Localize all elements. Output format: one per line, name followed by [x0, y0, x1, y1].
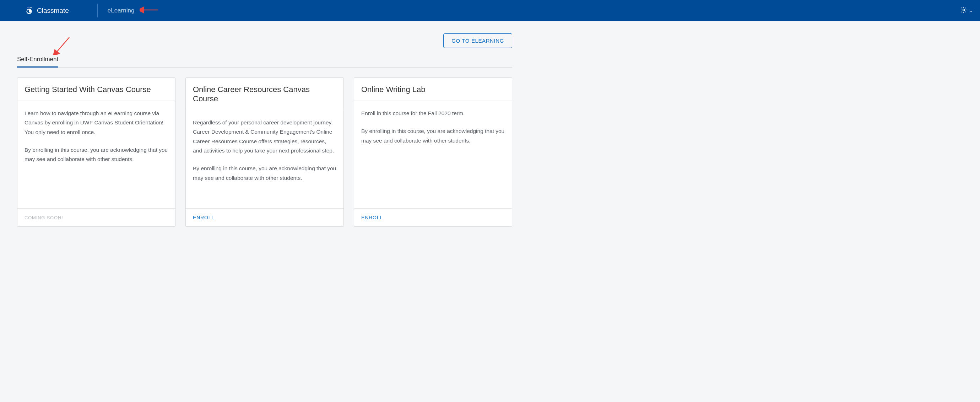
main-content: GO TO ELEARNING Self-Enrollment Getting …	[0, 21, 529, 239]
coming-soon-label: COMING SOON!	[24, 215, 63, 220]
go-to-elearning-button[interactable]: GO TO ELEARNING	[443, 34, 512, 48]
card-paragraph: Learn how to navigate through an eLearni…	[24, 109, 168, 137]
gear-icon	[960, 6, 967, 15]
settings-menu[interactable]: ⌄	[960, 6, 973, 15]
tab-self-enrollment[interactable]: Self-Enrollment	[17, 56, 58, 67]
svg-point-1	[963, 9, 965, 11]
course-card: Online Writing Lab Enroll in this course…	[354, 78, 512, 227]
card-paragraph: Regardless of your personal career devel…	[193, 118, 336, 155]
enroll-button[interactable]: ENROLL	[361, 215, 383, 220]
card-paragraph: By enrolling in this course, you are ack…	[24, 145, 168, 164]
card-header: Online Writing Lab	[354, 78, 512, 101]
top-actions: GO TO ELEARNING	[17, 34, 512, 48]
enroll-button[interactable]: ENROLL	[193, 215, 215, 220]
card-paragraph: By enrolling in this course, you are ack…	[361, 126, 505, 145]
app-header: Classmate eLearning ⌄	[0, 0, 980, 21]
brand[interactable]: Classmate	[25, 6, 69, 15]
card-paragraph: By enrolling in this course, you are ack…	[193, 164, 336, 183]
nav-elearning[interactable]: eLearning	[108, 7, 135, 14]
card-header: Online Career Resources Canvas Course	[186, 78, 344, 110]
card-title: Online Career Resources Canvas Course	[193, 85, 336, 104]
card-title: Online Writing Lab	[361, 85, 505, 94]
card-body: Enroll in this course for the Fall 2020 …	[354, 101, 512, 208]
chevron-down-icon: ⌄	[969, 8, 973, 13]
card-footer: ENROLL	[354, 208, 512, 227]
card-header: Getting Started With Canvas Course	[18, 78, 175, 101]
card-footer: ENROLL	[186, 208, 344, 227]
header-divider	[97, 4, 98, 18]
nautilus-icon	[25, 6, 33, 15]
header-left: Classmate eLearning	[25, 0, 134, 21]
cards-container: Getting Started With Canvas Course Learn…	[17, 78, 512, 227]
brand-label: Classmate	[37, 7, 69, 14]
course-card: Getting Started With Canvas Course Learn…	[17, 78, 175, 227]
card-footer: COMING SOON!	[18, 208, 175, 227]
card-body: Regardless of your personal career devel…	[186, 110, 344, 208]
card-paragraph: Enroll in this course for the Fall 2020 …	[361, 109, 505, 118]
course-card: Online Career Resources Canvas Course Re…	[185, 78, 344, 227]
tabs: Self-Enrollment	[17, 56, 512, 67]
card-title: Getting Started With Canvas Course	[24, 85, 168, 94]
card-body: Learn how to navigate through an eLearni…	[18, 101, 175, 208]
